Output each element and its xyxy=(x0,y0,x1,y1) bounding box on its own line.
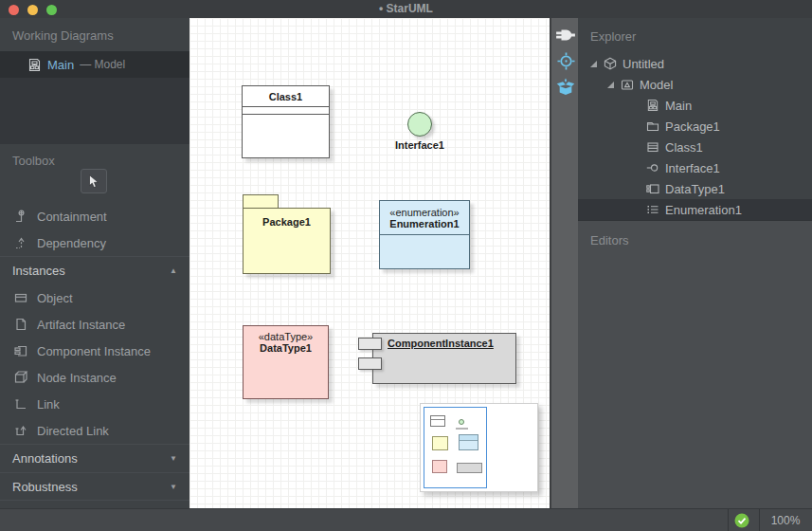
minimap-package1 xyxy=(432,436,448,450)
statusbar-divider xyxy=(728,509,729,531)
tool-label: Object xyxy=(37,291,73,305)
enumeration-icon xyxy=(646,203,659,216)
class-icon xyxy=(646,140,659,154)
tool-label: Artifact Instance xyxy=(37,318,125,332)
diagram-canvas[interactable]: Class1 Interface1 Package1 «enumeration»… xyxy=(189,18,550,508)
tree-item-label: Interface1 xyxy=(665,161,720,175)
minimap-component-instance1 xyxy=(457,463,482,473)
interface-icon xyxy=(646,161,659,174)
working-diagram-item-main[interactable]: Main — Model xyxy=(0,51,189,78)
uml-datatype-datatype1[interactable]: «dataType» DataType1 xyxy=(243,325,329,399)
diagram-icon xyxy=(27,58,42,72)
directed-link-icon xyxy=(13,423,28,438)
project-icon xyxy=(604,57,617,70)
toolbox-header: Toolbox xyxy=(12,154,55,168)
collapse-arrow-icon: ▼ xyxy=(170,454,177,463)
tool-directed-link[interactable]: Directed Link xyxy=(0,417,189,444)
zoom-level[interactable]: 100% xyxy=(759,514,812,527)
tool-artifact-instance[interactable]: Artifact Instance xyxy=(0,311,189,338)
datatype-icon xyxy=(646,182,659,195)
tree-item-label: Enumeration1 xyxy=(665,203,742,217)
uml-package-package1[interactable]: Package1 xyxy=(243,208,331,274)
diagram-icon xyxy=(646,99,659,112)
tree-item-class1[interactable]: Class1 xyxy=(578,137,812,157)
tree-item-untitled[interactable]: Untitled xyxy=(578,53,812,74)
enumeration1-literals-compartment xyxy=(380,235,469,268)
tool-label: Link xyxy=(37,397,60,412)
working-diagram-name: Main xyxy=(47,58,74,72)
extension-toolbar xyxy=(550,18,578,508)
minimap-interface1-label xyxy=(456,428,468,430)
minimap-enumeration1 xyxy=(459,434,478,450)
containment-icon xyxy=(13,209,28,224)
collapse-arrow-icon: ▲ xyxy=(170,266,177,275)
class1-operations-compartment xyxy=(243,115,329,157)
check-circle-icon[interactable] xyxy=(734,513,749,528)
datatype1-name: DataType1 xyxy=(244,342,328,354)
toolbox-section-robustness[interactable]: Robustness ▼ xyxy=(0,472,189,501)
tree-item-label: Class1 xyxy=(665,140,703,155)
deployment-box-icon[interactable] xyxy=(551,78,580,96)
toolbox-section-annotations[interactable]: Annotations ▼ xyxy=(0,444,189,472)
node-instance-icon xyxy=(13,370,28,385)
tree-item-label: DataType1 xyxy=(665,182,725,196)
tree-item-main[interactable]: Main xyxy=(578,95,812,116)
enumeration1-stereotype: «enumeration» xyxy=(380,207,469,218)
tree-item-interface1[interactable]: Interface1 xyxy=(578,157,812,178)
tool-link[interactable]: Link xyxy=(0,391,189,417)
tool-component-instance[interactable]: Component Instance xyxy=(0,338,189,364)
zoom-target-icon[interactable] xyxy=(551,52,580,70)
tree-item-enumeration1[interactable]: Enumeration1 xyxy=(578,199,812,220)
component-port[interactable] xyxy=(358,357,382,370)
tool-label: Component Instance xyxy=(37,344,151,358)
class1-attributes-compartment xyxy=(243,107,329,115)
select-tool-button[interactable] xyxy=(81,169,107,193)
uml-enumeration-enumeration1[interactable]: «enumeration» Enumeration1 xyxy=(379,200,470,269)
uml-interface-interface1[interactable] xyxy=(407,112,432,137)
tree-item-package1[interactable]: Package1 xyxy=(578,116,812,137)
uml-class-class1[interactable]: Class1 xyxy=(242,85,330,158)
tree-item-label: Main xyxy=(665,99,692,113)
link-icon xyxy=(13,396,28,412)
window-title: • StarUML xyxy=(0,2,812,15)
working-diagrams-header: Working Diagrams xyxy=(12,28,114,43)
toolbox-rows: Containment Dependency Instances ▲ xyxy=(0,203,189,501)
editors-header: Editors xyxy=(590,233,628,247)
working-diagrams-list-empty xyxy=(0,78,189,144)
tool-dependency[interactable]: Dependency xyxy=(0,229,189,256)
component-instance-icon xyxy=(13,343,28,358)
tool-node-instance[interactable]: Node Instance xyxy=(0,364,189,391)
component-port[interactable] xyxy=(358,338,382,350)
statusbar: 100% xyxy=(0,508,812,531)
tool-label: Directed Link xyxy=(37,424,109,438)
minimap-class1 xyxy=(430,415,445,427)
dependency-icon xyxy=(13,235,28,250)
extensions-plug-icon[interactable] xyxy=(551,27,580,44)
minimap[interactable] xyxy=(420,403,538,492)
model-icon xyxy=(621,78,634,91)
tool-object[interactable]: Object xyxy=(0,284,189,311)
uml-component-instance1[interactable]: ComponentInstance1 xyxy=(372,333,516,384)
working-diagram-detail: — Model xyxy=(80,58,125,71)
tool-containment[interactable]: Containment xyxy=(0,203,189,229)
explorer-header: Explorer xyxy=(590,29,636,44)
class1-name: Class1 xyxy=(269,91,302,102)
tree-item-datatype1[interactable]: DataType1 xyxy=(578,178,812,199)
expand-triangle-icon[interactable] xyxy=(590,61,597,67)
toolbox-section-instances[interactable]: Instances ▲ xyxy=(0,256,189,284)
component-instance1-name: ComponentInstance1 xyxy=(388,338,494,349)
section-label: Robustness xyxy=(12,480,78,494)
minimap-interface1 xyxy=(459,419,464,425)
tree-item-model[interactable]: Model xyxy=(578,74,812,95)
titlebar: • StarUML xyxy=(0,0,812,18)
expand-triangle-icon[interactable] xyxy=(607,82,614,88)
collapse-arrow-icon: ▼ xyxy=(170,483,177,491)
section-label: Instances xyxy=(12,264,65,278)
tree-item-label: Untitled xyxy=(623,57,664,71)
tool-label: Dependency xyxy=(37,236,106,250)
tool-label: Node Instance xyxy=(37,371,117,385)
artifact-instance-icon xyxy=(13,317,28,332)
left-sidebar: Working Diagrams Main — Model Toolbox xyxy=(0,18,189,508)
tree-item-label: Package1 xyxy=(665,119,720,134)
toolbox-panel: Toolbox Containment xyxy=(0,144,189,508)
